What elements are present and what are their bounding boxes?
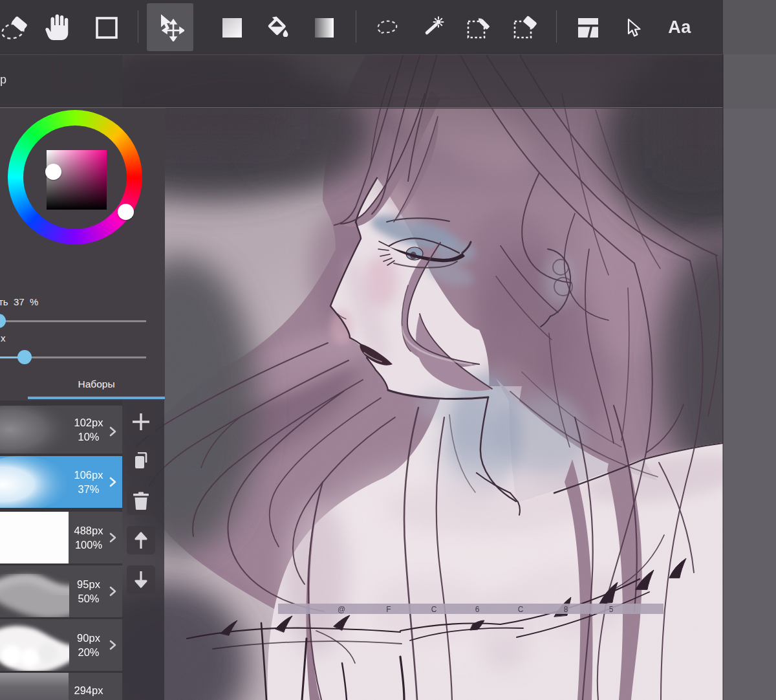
tool-divide-frame[interactable] xyxy=(567,0,609,55)
magic-wand-icon xyxy=(422,16,446,40)
pasteboard-mid-right xyxy=(723,54,776,109)
brush-opacity: 37% xyxy=(78,483,99,496)
chevron-right-icon xyxy=(109,586,116,596)
opacity-value: 37 xyxy=(14,296,25,307)
brush-opacity: 100% xyxy=(75,539,102,551)
arrow-down-icon xyxy=(133,571,149,589)
brush-preview-watercolor-white xyxy=(0,619,69,671)
gradient-icon xyxy=(315,17,334,38)
tool-move-selected[interactable] xyxy=(147,3,193,51)
brush-row-selected[interactable]: 106px37% xyxy=(0,456,122,508)
select-eraser-icon xyxy=(513,16,537,40)
size-slider-track[interactable] xyxy=(31,356,146,358)
deselect-eraser-icon xyxy=(0,14,30,41)
toolbar-separator xyxy=(138,10,138,43)
solid-square-icon xyxy=(222,17,242,38)
tool-select-eraser[interactable] xyxy=(504,0,546,55)
text-tool-label: Aa xyxy=(668,17,691,38)
toolbar-bottom-line xyxy=(0,54,723,55)
duplicate-brush-button[interactable] xyxy=(127,447,155,476)
move-brush-up-button[interactable] xyxy=(127,526,155,554)
brush-size: 95px xyxy=(77,578,100,591)
tool-hand[interactable] xyxy=(37,0,78,55)
color-panel: ть 37 % x Наборы xyxy=(0,108,165,400)
brush-row[interactable]: 102px10% xyxy=(0,406,122,454)
move-cursor-icon xyxy=(156,13,184,41)
brush-size: 294px xyxy=(74,684,103,697)
chevron-right-icon xyxy=(109,477,116,487)
brush-opacity: 20% xyxy=(78,646,99,659)
size-slider-knob[interactable] xyxy=(17,350,32,364)
tab-sets-underline xyxy=(28,397,165,399)
size-label-text: x xyxy=(1,333,6,344)
brush-size: 90px xyxy=(77,632,100,644)
paint-bucket-icon xyxy=(265,16,291,40)
hand-icon xyxy=(45,14,70,41)
brush-row[interactable]: 488px100% xyxy=(0,512,122,563)
toolbar-separator xyxy=(356,10,356,43)
tool-select-rect[interactable] xyxy=(86,0,127,55)
tool-fill-bucket[interactable] xyxy=(257,0,299,55)
pasteboard-top-right xyxy=(723,0,776,54)
brush-opacity: 10% xyxy=(78,431,99,443)
tool-select-pen[interactable] xyxy=(458,0,499,55)
header-partial-label: р xyxy=(0,73,6,87)
chevron-right-icon xyxy=(109,426,116,437)
brush-list: 102px10% 106px37% 488px100% 95px50% xyxy=(0,406,122,700)
brush-preview-gradient-gray xyxy=(0,673,69,700)
canvas-grain xyxy=(164,109,723,700)
tool-magic-wand[interactable] xyxy=(413,0,455,55)
opacity-slider-track[interactable] xyxy=(4,320,146,322)
opacity-label-text: ть xyxy=(0,296,8,307)
brush-preview-airbrush-dark xyxy=(0,406,69,454)
app-window: @ F C 6 C 8 5 xyxy=(0,0,776,700)
tool-lasso[interactable] xyxy=(366,0,407,55)
canvas-right-edge xyxy=(722,54,724,700)
lasso-icon xyxy=(374,17,400,38)
toolbar: Aa xyxy=(0,0,723,55)
toolbar-separator xyxy=(556,10,557,43)
rectangle-select-icon xyxy=(95,16,118,39)
chevron-right-icon xyxy=(109,640,116,650)
tool-text[interactable]: Aa xyxy=(659,0,700,55)
tool-deselect[interactable] xyxy=(0,0,36,55)
pasteboard-right xyxy=(723,109,776,700)
brush-row[interactable]: 95px50% xyxy=(0,565,122,617)
hue-handle[interactable] xyxy=(118,204,134,220)
sv-handle[interactable] xyxy=(45,164,61,180)
plus-icon xyxy=(131,412,151,432)
add-brush-button[interactable] xyxy=(127,408,155,436)
saturation-value-square[interactable] xyxy=(47,150,107,210)
tab-sets[interactable]: Наборы xyxy=(28,378,165,390)
brush-opacity: 50% xyxy=(78,593,99,605)
divide-frame-icon xyxy=(577,17,599,38)
size-label: x xyxy=(1,333,6,344)
brush-size: 106px xyxy=(74,469,103,481)
arrow-up-icon xyxy=(133,531,149,549)
brush-preview-marker-gray xyxy=(0,565,69,617)
delete-brush-button[interactable] xyxy=(127,487,155,515)
tool-square-brush[interactable] xyxy=(211,0,253,55)
duplicate-icon xyxy=(132,452,150,470)
opacity-label: ть 37 % xyxy=(0,296,38,307)
select-pen-icon xyxy=(466,16,491,40)
brush-preview-pen-solid xyxy=(0,512,69,563)
brush-row[interactable]: 294px xyxy=(0,673,122,700)
cursor-icon xyxy=(625,18,642,38)
canvas-artwork[interactable]: @ F C 6 C 8 5 xyxy=(122,55,723,700)
tool-gradient[interactable] xyxy=(304,0,345,55)
brush-size: 488px xyxy=(74,525,103,537)
move-brush-down-button[interactable] xyxy=(127,565,155,594)
brush-row[interactable]: 90px20% xyxy=(0,619,122,671)
brush-preview-airbrush-soft xyxy=(0,456,69,508)
chevron-right-icon xyxy=(109,532,116,543)
tool-cursor[interactable] xyxy=(613,0,654,55)
brush-size: 102px xyxy=(74,417,103,429)
opacity-slider-knob[interactable] xyxy=(0,314,6,328)
opacity-unit: % xyxy=(30,296,38,307)
trash-icon xyxy=(133,492,149,510)
